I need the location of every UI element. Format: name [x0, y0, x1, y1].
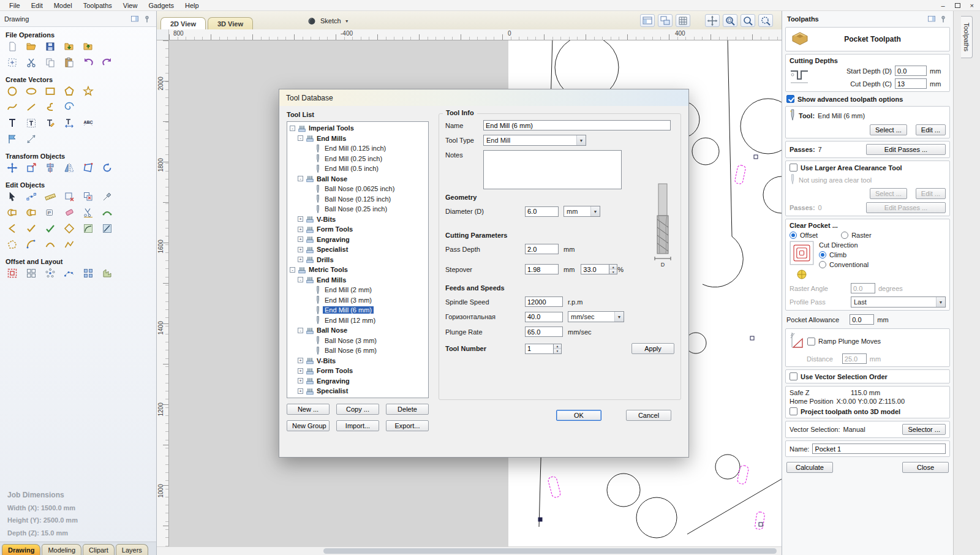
tree-tool-row[interactable]: Ball Nose (0.0625 inch) — [287, 184, 428, 194]
fillet-icon[interactable] — [81, 222, 95, 235]
expand-icon[interactable]: + — [298, 227, 303, 232]
tree-group-row[interactable]: -Imperial Tools — [287, 123, 428, 134]
tree-tool-row[interactable]: End Mill (0.25 inch) — [287, 154, 428, 164]
climb-radio[interactable] — [819, 251, 826, 259]
stepover-percent-spinner[interactable]: ▲▼ — [581, 264, 617, 274]
start-depth-input[interactable] — [895, 66, 927, 76]
spindle-speed-input[interactable] — [525, 296, 563, 307]
paste-icon[interactable] — [62, 56, 76, 69]
tab-2d-view[interactable]: 2D View — [160, 17, 206, 29]
toolpaths-dock-tab[interactable]: Toolpaths — [961, 16, 973, 58]
draw-line-icon[interactable] — [24, 100, 38, 114]
zoom-selection-icon[interactable] — [758, 14, 773, 27]
project-3d-checkbox[interactable] — [790, 407, 797, 415]
trim-icon[interactable] — [81, 206, 95, 219]
edit-text-icon[interactable] — [43, 116, 57, 130]
text-on-curve-icon[interactable]: ABC — [81, 116, 95, 130]
tree-group-row[interactable]: -Ball Nose — [287, 174, 428, 184]
expand-icon[interactable]: + — [298, 388, 303, 394]
remove-duplicates-icon[interactable] — [81, 190, 95, 203]
tool-select-button[interactable]: Select ... — [870, 124, 907, 135]
text-spacing-icon[interactable] — [62, 116, 76, 130]
menu-edit[interactable]: Edit — [26, 1, 48, 10]
tree-group-row[interactable]: +Form Tools — [287, 366, 428, 376]
grid-icon[interactable] — [676, 14, 690, 27]
tool-tree[interactable]: -Imperial Tools-End MillsEnd Mill (0.125… — [287, 121, 429, 398]
subtract-icon[interactable] — [24, 206, 38, 219]
tree-group-row[interactable]: +Engraving — [287, 235, 428, 245]
diameter-input[interactable] — [525, 206, 559, 217]
tree-group-row[interactable]: -Ball Nose — [287, 325, 428, 336]
raster-angle-input[interactable] — [851, 283, 875, 293]
chamfer-icon[interactable] — [100, 222, 114, 235]
tree-group-row[interactable]: +Form Tools — [287, 224, 428, 235]
minimize-button[interactable]: – — [941, 2, 944, 9]
tree-group-row[interactable]: +Specialist — [287, 244, 428, 255]
stitch-icon[interactable] — [6, 238, 19, 251]
mirror-icon[interactable] — [62, 161, 76, 175]
window-layout-icon[interactable] — [640, 14, 655, 27]
ok-button[interactable]: OK — [556, 410, 601, 421]
vector-validator-icon[interactable] — [62, 190, 76, 203]
new-group-button[interactable]: New Group — [287, 420, 330, 431]
zoom-window-icon[interactable] — [723, 14, 737, 27]
feed-units-select[interactable]: mm/sec▼ — [568, 311, 624, 322]
redo-icon[interactable] — [100, 56, 114, 69]
area-edit-passes-button[interactable]: Edit Passes ... — [866, 202, 946, 213]
offset-icon[interactable] — [6, 266, 19, 280]
collapse-icon[interactable]: - — [290, 126, 295, 131]
cancel-button[interactable]: Cancel — [626, 410, 671, 421]
select-icon[interactable] — [6, 190, 19, 203]
horizontal-scrollbar-thumb[interactable] — [323, 548, 777, 554]
multi-window-icon[interactable] — [658, 14, 673, 27]
dock-panel-icon[interactable] — [130, 14, 140, 24]
draw-text-icon[interactable] — [6, 116, 19, 130]
menu-view[interactable]: View — [118, 1, 143, 10]
menu-gadgets[interactable]: Gadgets — [143, 1, 179, 10]
menu-file[interactable]: File — [4, 1, 26, 10]
dialog-titlebar[interactable]: Tool Database — [279, 89, 688, 106]
rotate-icon[interactable] — [100, 161, 114, 175]
horizontal-scrollbar-track[interactable] — [157, 546, 782, 555]
tree-group-row[interactable]: -End Mills — [287, 134, 428, 144]
tree-tool-row[interactable]: End Mill (3 mm) — [287, 295, 428, 306]
snap-check-icon[interactable] — [24, 222, 38, 235]
tree-tool-row[interactable]: Ball Nose (3 mm) — [287, 336, 428, 346]
pan-icon[interactable] — [705, 14, 720, 27]
save-file-icon[interactable] — [43, 40, 57, 53]
raster-radio[interactable] — [841, 232, 848, 239]
layout-icon[interactable] — [24, 266, 38, 280]
menu-model[interactable]: Model — [48, 1, 78, 10]
expand-icon[interactable]: + — [298, 216, 303, 222]
nest-icon[interactable] — [100, 266, 114, 280]
expand-icon[interactable]: + — [298, 368, 303, 374]
tree-group-row[interactable]: +Drills — [287, 255, 428, 265]
close-button[interactable]: × — [970, 2, 974, 9]
tree-tool-row[interactable]: Ball Nose (0.125 inch) — [287, 194, 428, 205]
node-edit-icon[interactable] — [24, 190, 38, 203]
tree-group-row[interactable]: -End Mills — [287, 275, 428, 285]
tool-type-select[interactable]: End Mill▼ — [483, 135, 586, 146]
import-vectors-icon[interactable] — [62, 40, 76, 53]
export-button[interactable]: Export... — [386, 420, 429, 431]
export-vectors-icon[interactable] — [81, 40, 95, 53]
tab-3d-view[interactable]: 3D View — [208, 17, 253, 29]
cut-icon[interactable] — [24, 56, 38, 69]
undo-icon[interactable] — [81, 56, 95, 69]
tree-group-row[interactable]: -Metric Tools — [287, 265, 428, 275]
plunge-rate-input[interactable] — [525, 327, 563, 337]
expand-icon[interactable]: + — [298, 236, 303, 242]
tab-modeling[interactable]: Modeling — [42, 544, 81, 555]
ramp-distance-input[interactable] — [842, 353, 867, 364]
draw-bezier-icon[interactable] — [43, 100, 57, 114]
draw-polygon-icon[interactable] — [62, 85, 76, 98]
draw-rectangle-icon[interactable] — [43, 85, 57, 98]
expand-icon[interactable]: + — [298, 257, 303, 262]
offset-radio[interactable] — [790, 232, 797, 239]
profile-pass-select[interactable]: Last▼ — [851, 296, 946, 308]
area-edit-button[interactable]: Edit ... — [916, 188, 946, 199]
tree-tool-row[interactable]: End Mill (6 mm) — [287, 305, 428, 315]
conventional-radio[interactable] — [819, 261, 826, 268]
sketch-dropdown[interactable]: Sketch ▼ — [303, 15, 353, 26]
menu-toolpaths[interactable]: Toolpaths — [78, 1, 118, 10]
